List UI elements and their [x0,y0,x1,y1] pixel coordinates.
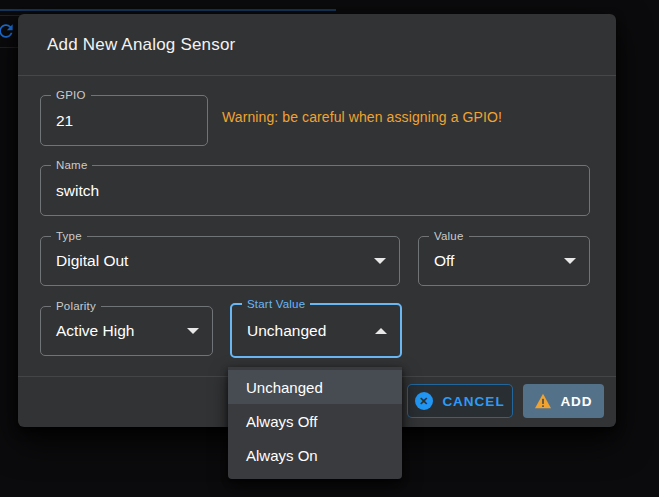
chevron-down-icon [187,328,199,334]
add-button[interactable]: ADD [523,384,604,418]
add-button-label: ADD [560,394,592,409]
menu-option-unchanged[interactable]: Unchanged [228,370,402,404]
polarity-select[interactable]: Polarity Active High [40,306,213,356]
menu-option-always-off[interactable]: Always Off [228,404,402,438]
refresh-icon[interactable] [0,21,16,41]
value-value: Off [434,252,454,270]
polarity-label: Polarity [51,299,101,313]
type-select[interactable]: Type Digital Out [40,236,400,286]
add-sensor-dialog: Add New Analog Sensor GPIO 21 Warning: b… [18,14,616,427]
name-field[interactable]: Name switch [40,165,590,216]
name-value: switch [56,182,99,200]
chevron-down-icon [374,258,386,264]
polarity-value: Active High [56,322,134,340]
dialog-header: Add New Analog Sensor [18,14,616,76]
start-value-select[interactable]: Start Value Unchanged [230,303,402,358]
gpio-field[interactable]: GPIO 21 [40,95,208,146]
cancel-icon: ✕ [415,392,433,410]
start-value-label: Start Value [242,297,310,311]
cancel-button[interactable]: ✕ CANCEL [407,384,513,418]
type-label: Type [51,229,87,243]
gpio-label: GPIO [51,88,91,102]
dialog-title: Add New Analog Sensor [47,35,236,55]
refresh-icon-glyph [0,21,16,41]
menu-option-always-on[interactable]: Always On [228,438,402,472]
background-divider-line [0,9,336,11]
start-value-menu: Unchanged Always Off Always On [228,367,402,479]
chevron-up-icon [375,328,387,334]
start-value-value: Unchanged [247,322,326,340]
value-select[interactable]: Value Off [418,236,590,286]
warning-icon [534,393,552,409]
gpio-value: 21 [56,112,73,130]
cancel-button-label: CANCEL [442,394,504,409]
type-value: Digital Out [56,252,128,270]
gpio-warning-text: Warning: be careful when assigning a GPI… [222,109,582,125]
chevron-down-icon [564,258,576,264]
value-label: Value [429,229,469,243]
name-label: Name [51,158,92,172]
